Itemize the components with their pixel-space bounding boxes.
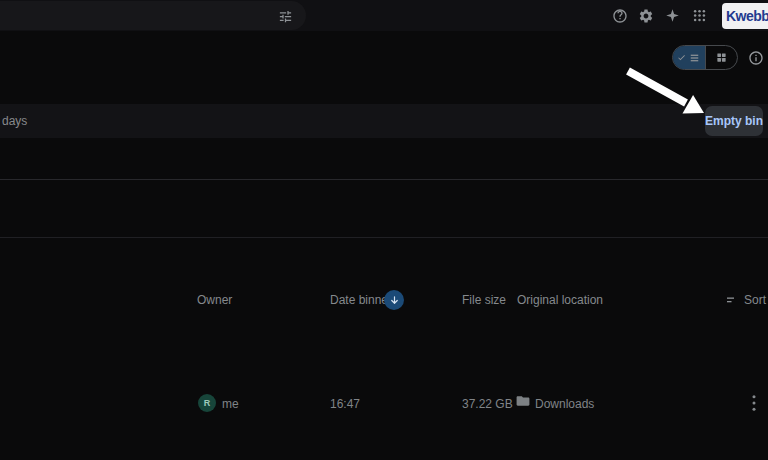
gear-icon[interactable] (637, 7, 654, 24)
list-view-icon (689, 53, 700, 63)
top-bar: Kwebbl (0, 0, 768, 31)
grid-view-button[interactable] (705, 46, 738, 69)
column-header-owner[interactable]: Owner (197, 293, 232, 307)
apps-grid-icon[interactable] (691, 7, 708, 24)
date-binned-cell: 16:47 (330, 397, 360, 411)
folder-icon (516, 395, 530, 407)
file-size-cell: 37.22 GB (462, 397, 513, 411)
bin-retention-text: days (2, 114, 27, 128)
search-input[interactable] (0, 1, 306, 30)
table-row[interactable]: R me 16:47 37.22 GB Downloads (0, 181, 768, 238)
sort-direction-descending-icon[interactable] (384, 290, 404, 310)
layout-toggle (672, 45, 738, 70)
logo-text: Kwebb (726, 8, 768, 24)
sort-label: Sort (744, 293, 766, 307)
empty-bin-button[interactable]: Empty bin (705, 106, 763, 136)
owner-avatar: R (198, 394, 216, 412)
info-icon[interactable] (747, 49, 764, 66)
bin-retention-banner (0, 104, 768, 138)
owner-cell: me (222, 397, 239, 411)
column-header-original-location[interactable]: Original location (517, 293, 603, 307)
sort-icon (726, 296, 738, 305)
sort-button[interactable]: Sort (726, 293, 766, 307)
kwebbl-logo: Kwebbl (722, 3, 768, 29)
table-header-row: Owner Date binned File size Original loc… (0, 138, 768, 180)
more-actions-icon[interactable] (745, 393, 763, 413)
list-view-button[interactable] (673, 46, 705, 69)
tune-icon[interactable] (277, 8, 293, 24)
original-location-cell: Downloads (535, 397, 594, 411)
grid-view-icon (716, 52, 727, 63)
drive-bin-page: Kwebbl days Empty bin Owner Date binned (0, 0, 768, 460)
help-icon[interactable] (611, 7, 628, 24)
column-header-file-size[interactable]: File size (462, 293, 506, 307)
sparkle-icon[interactable] (664, 7, 681, 24)
check-icon (677, 53, 686, 62)
